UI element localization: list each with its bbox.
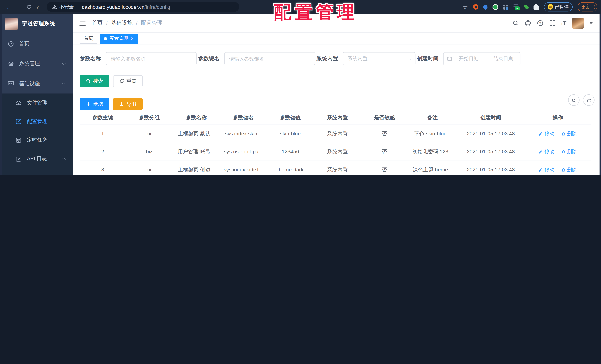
export-button-label: 导出 — [127, 101, 136, 108]
breadcrumb: 首页 / 基础设施 / 配置管理 — [92, 20, 162, 26]
font-size-icon[interactable]: tT — [561, 20, 566, 27]
date-range-picker[interactable]: 开始日期 - 结束日期 — [443, 52, 521, 65]
col-header: 参数键名 — [220, 111, 267, 125]
add-button[interactable]: 新增 — [80, 98, 109, 110]
extension-on-badge-icon[interactable]: on — [513, 4, 519, 10]
export-button[interactable]: 导出 — [113, 98, 142, 110]
sidebar-collapse-icon[interactable] — [80, 20, 86, 25]
not-secure-warning-icon — [52, 4, 57, 10]
browser-window: ← → ⌂ 不安全 dashboard.yudao.iocoder.cn /in… — [0, 0, 601, 175]
edit-square-icon — [15, 155, 22, 162]
sidebar-item-scheduled-jobs[interactable]: 定时任务 — [0, 131, 73, 149]
delete-link[interactable]: 删除 — [561, 166, 577, 173]
plus-icon — [86, 101, 91, 107]
cell: 1 — [80, 125, 126, 143]
reset-button-label: 重置 — [127, 78, 136, 84]
pencil-icon — [539, 167, 543, 172]
user-menu-caret-icon[interactable] — [590, 22, 593, 24]
search-button[interactable]: 搜索 — [80, 75, 109, 87]
sidebar-item-label: API 日志 — [27, 155, 47, 162]
tab-home[interactable]: 首页 — [80, 34, 97, 44]
emoji-face-icon — [547, 4, 553, 10]
extension-donut-icon[interactable] — [473, 4, 478, 10]
trash-icon — [561, 167, 566, 172]
close-icon[interactable]: × — [131, 36, 134, 41]
breadcrumb-current: 配置管理 — [141, 20, 162, 26]
extension-grid-icon[interactable] — [503, 4, 508, 10]
sidebar-item-infra[interactable]: 基础设施 — [0, 74, 73, 94]
sidebar-item-config-management[interactable]: 配置管理 — [0, 112, 73, 131]
search-icon[interactable] — [512, 20, 519, 26]
tags-view-bar: 首页 配置管理 × — [73, 32, 601, 45]
help-icon[interactable]: ? — [537, 20, 543, 26]
edit-link[interactable]: 修改 — [539, 148, 554, 155]
edit-link[interactable]: 修改 — [539, 166, 554, 173]
builtin-select[interactable]: 系统内置 — [343, 52, 415, 65]
sidebar-item-home[interactable]: 首页 — [0, 34, 73, 54]
col-header: 参数分组 — [126, 111, 173, 125]
back-icon[interactable]: ← — [4, 2, 14, 12]
extensions-puzzle-icon[interactable] — [533, 5, 539, 10]
cell: sys.index.sideT... — [220, 161, 267, 175]
bookmark-star-icon[interactable]: ☆ — [462, 3, 468, 10]
reload-icon[interactable] — [24, 2, 34, 12]
sidebar-item-label: 文件管理 — [27, 99, 48, 106]
app-logo-image — [5, 17, 18, 30]
tab-label: 首页 — [84, 35, 93, 42]
breadcrumb-separator: / — [106, 20, 108, 26]
cell: skin-blue — [267, 125, 314, 143]
sidebar-item-file-management[interactable]: 文件管理 — [0, 94, 73, 112]
user-avatar[interactable] — [572, 17, 584, 29]
update-button[interactable]: 更新 — [577, 2, 597, 11]
home-icon[interactable]: ⌂ — [34, 2, 44, 12]
refresh-table-button[interactable] — [583, 94, 594, 106]
fullscreen-icon[interactable] — [549, 20, 556, 26]
col-header: 操作 — [525, 111, 591, 125]
sidebar-item-api-logs[interactable]: API 日志 — [0, 149, 73, 168]
url-host: dashboard.yudao.iocoder.cn — [82, 4, 144, 10]
col-header: 是否敏感 — [361, 111, 408, 125]
edit-link[interactable]: 修改 — [539, 130, 554, 137]
table-row: 3 ui 主框架页-侧边... sys.index.sideT... theme… — [80, 161, 591, 175]
cell: 否 — [361, 142, 408, 161]
breadcrumb-home[interactable]: 首页 — [92, 20, 103, 26]
tab-config-management[interactable]: 配置管理 × — [100, 34, 138, 44]
param-key-input[interactable] — [224, 52, 315, 65]
table-row: 2 biz 用户管理-账号... sys.user.init-pa... 123… — [80, 142, 591, 161]
browser-menu-icon[interactable] — [594, 5, 595, 9]
address-bar[interactable]: 不安全 dashboard.yudao.iocoder.cn /infra/co… — [47, 2, 239, 12]
reset-button[interactable]: 重置 — [113, 75, 142, 87]
filter-form: 参数名称 参数键名 系统内置 系统内置 — [80, 52, 522, 65]
param-name-input[interactable] — [106, 52, 197, 65]
extension-green-circle-icon[interactable] — [492, 4, 498, 10]
toggle-search-button[interactable] — [568, 94, 579, 106]
table-row: 1 ui 主框架页-默认... sys.index.skin... skin-b… — [80, 125, 591, 143]
forward-icon[interactable]: → — [14, 2, 24, 12]
tab-label: 配置管理 — [110, 35, 128, 42]
chevron-down-icon — [62, 61, 66, 65]
svg-text:?: ? — [539, 21, 541, 25]
sidebar-item-access-logs[interactable]: 访问日志 — [0, 168, 73, 175]
app-logo-row[interactable]: 芋道管理系统 — [0, 14, 73, 34]
paused-badge[interactable]: 已暂停 — [544, 2, 572, 11]
github-icon[interactable] — [525, 20, 531, 26]
cell: 系统内置 — [314, 161, 361, 175]
cell: 2021-01-05 17:03:48 — [457, 125, 525, 143]
sidebar-item-system[interactable]: 系统管理 — [0, 54, 73, 74]
add-button-label: 新增 — [93, 101, 103, 108]
col-header: 系统内置 — [314, 111, 361, 125]
trash-icon — [561, 131, 566, 136]
delete-link[interactable]: 删除 — [561, 130, 577, 137]
cell: 2021-01-05 17:03:48 — [457, 142, 525, 161]
breadcrumb-infra[interactable]: 基础设施 — [111, 20, 133, 26]
delete-link[interactable]: 删除 — [561, 148, 577, 155]
actions-cell: 修改 删除 — [525, 142, 591, 161]
url-divider — [78, 4, 78, 10]
search-icon — [86, 79, 91, 84]
sidebar-item-label: 定时任务 — [27, 137, 48, 143]
cell: biz — [126, 142, 173, 161]
cell: ui — [126, 161, 173, 175]
extension-pin-icon[interactable] — [482, 4, 488, 10]
search-button-label: 搜索 — [93, 78, 103, 84]
extension-leaf-icon[interactable] — [524, 4, 529, 9]
